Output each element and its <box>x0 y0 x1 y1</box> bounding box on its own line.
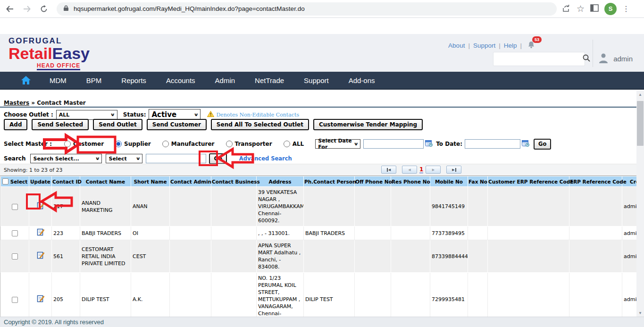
from-date-input[interactable] <box>363 139 424 149</box>
breadcrumb-masters[interactable]: Masters <box>4 100 29 106</box>
radio-button-icon[interactable] <box>115 141 122 147</box>
edit-icon[interactable] <box>37 228 44 238</box>
calendar-icon[interactable] <box>522 140 530 149</box>
radio-label: Manufacturer <box>171 141 215 147</box>
next-page-button[interactable]: ▶ <box>426 166 441 174</box>
nav-item-accounts[interactable]: Accounts <box>156 72 205 89</box>
column-header-ph-contact-person: Ph.Contact Person <box>304 176 355 187</box>
select-all-checkbox[interactable] <box>2 178 8 184</box>
radio-customer[interactable]: Customer <box>64 141 104 147</box>
radio-transporter[interactable]: Transporter <box>226 141 272 147</box>
date-go-button[interactable]: Go <box>534 139 551 150</box>
row-checkbox[interactable] <box>12 297 18 303</box>
customerwise-tender-mapping-button[interactable]: Customerwise Tender Mapping <box>313 119 423 130</box>
support-link[interactable]: Support <box>473 42 495 49</box>
nav-item-reports[interactable]: Reports <box>111 72 156 89</box>
search-go-button[interactable]: Go <box>209 153 226 164</box>
url-text: hqsupermarket.gofrugal.com/RayMedi_HQ/ma… <box>74 5 305 12</box>
page-number[interactable]: 1 <box>419 166 423 173</box>
nav-item-admin[interactable]: Admin <box>205 72 245 89</box>
search-label: Search <box>4 155 25 162</box>
forward-icon[interactable] <box>20 2 34 16</box>
cell-mobile-no: 7737389495 <box>430 226 468 240</box>
contacts-table: SelectUpdateContact IDContact NameShort … <box>0 176 636 317</box>
nav-item-add-ons[interactable]: Add-ons <box>339 72 385 89</box>
advanced-search-link[interactable]: Advanced Search <box>239 155 292 162</box>
cell-customer-erp-reference-code <box>488 187 569 226</box>
choose-outlet-select[interactable]: ALL∨ <box>56 110 117 120</box>
cell-contact-name: BABJI TRADERS <box>80 226 131 240</box>
cell-contact-business <box>211 226 257 240</box>
column-header-res-phone-no: Res Phone No <box>391 176 430 187</box>
bookmark-star-icon[interactable]: ☆ <box>577 3 585 14</box>
send-customer-button[interactable]: Send Customer <box>147 119 207 130</box>
row-checkbox[interactable] <box>12 230 18 236</box>
to-date-input[interactable] <box>465 139 520 149</box>
send-selected-button[interactable]: Send Selected <box>32 119 89 130</box>
calendar-icon[interactable] <box>425 140 433 149</box>
reload-icon[interactable] <box>37 2 51 16</box>
cell-fax-no <box>468 273 488 317</box>
header-links: About| Support| Help| 53 <box>448 41 535 50</box>
column-header-contact-admin: Contact Admin <box>170 176 211 187</box>
page: hqsupermarket.gofrugal.com/RayMedi_HQ/ma… <box>0 0 644 327</box>
cell-contact-name: ANAND MARKETING <box>80 187 131 226</box>
search-icon[interactable] <box>582 54 591 64</box>
search-operator-select[interactable]: Select∨ <box>106 154 142 163</box>
side-panel-icon[interactable] <box>590 4 599 14</box>
row-update-cell <box>29 226 52 240</box>
nav-item-nettrade[interactable]: NetTrade <box>245 72 294 89</box>
send-all-to-selected-outlet-button[interactable]: Send All To Selected Outlet <box>211 119 309 130</box>
notification-bell-icon[interactable]: 53 <box>527 41 535 50</box>
edit-icon[interactable] <box>37 295 44 304</box>
share-icon[interactable] <box>561 3 571 15</box>
date-type-select[interactable]: Select Date For∨ <box>315 139 360 149</box>
cell-address: APNA SUPER MART Adalhatu , Ranchi, - 834… <box>257 240 304 273</box>
search-query-input[interactable] <box>146 154 206 163</box>
nav-item-support[interactable]: Support <box>294 72 339 89</box>
nav-item-bpm[interactable]: BPM <box>76 72 112 89</box>
edit-icon[interactable] <box>37 202 44 211</box>
cell-off-phone-no <box>355 187 391 226</box>
user-menu[interactable]: admin <box>597 52 633 66</box>
radio-manufacturer[interactable]: Manufacturer <box>162 141 215 147</box>
prev-page-button[interactable]: ◀ <box>402 166 417 174</box>
cell-res-phone-no <box>391 226 430 240</box>
help-link[interactable]: Help <box>504 42 517 49</box>
home-icon[interactable] <box>0 75 40 85</box>
first-page-button[interactable]: ◀ <box>381 166 396 174</box>
back-icon[interactable] <box>3 2 17 16</box>
radio-button-icon[interactable] <box>162 141 169 147</box>
edit-icon[interactable] <box>37 252 44 261</box>
nav-item-mdm[interactable]: MDM <box>40 72 76 89</box>
browser-toolbar: hqsupermarket.gofrugal.com/RayMedi_HQ/ma… <box>0 0 644 18</box>
scroll-down-button[interactable]: ▼ <box>636 309 644 317</box>
about-link[interactable]: About <box>448 42 465 49</box>
search-row: Search Search Select...∨ Select∨ Go Adva… <box>4 152 292 165</box>
profile-avatar[interactable]: S <box>604 3 617 15</box>
cell-erp-reference-code <box>569 273 622 317</box>
last-page-button[interactable]: ▶ <box>446 166 461 174</box>
add-button[interactable]: Add <box>4 119 27 130</box>
address-bar[interactable]: hqsupermarket.gofrugal.com/RayMedi_HQ/ma… <box>57 2 557 16</box>
footer: Copyright © 2019. All rights reserved <box>0 317 644 327</box>
scroll-up-button[interactable]: ▲ <box>636 91 644 98</box>
header-divider <box>593 40 593 67</box>
row-checkbox[interactable] <box>12 253 18 260</box>
send-outlet-button[interactable]: Send Outlet <box>93 119 142 130</box>
radio-supplier[interactable]: Supplier <box>115 141 151 147</box>
radio-button-icon[interactable] <box>226 141 233 147</box>
radio-button-icon[interactable] <box>284 141 290 147</box>
radio-all[interactable]: ALL <box>284 141 304 147</box>
browser-menu-icon[interactable]: ⋮ <box>622 4 630 13</box>
chevron-down-icon: ∨ <box>110 112 116 117</box>
header-search-input[interactable] <box>493 53 582 65</box>
scroll-thumb[interactable] <box>637 101 644 146</box>
cell-erp-reference-code <box>569 187 622 226</box>
row-checkbox[interactable] <box>12 204 18 210</box>
cell-res-phone-no <box>391 240 430 273</box>
radio-button-icon[interactable] <box>64 141 71 147</box>
column-header-contact-id: Contact ID <box>52 176 80 187</box>
search-field-select[interactable]: Search Select...∨ <box>30 154 102 163</box>
vertical-scrollbar[interactable]: ▲ ▼ <box>636 91 644 317</box>
